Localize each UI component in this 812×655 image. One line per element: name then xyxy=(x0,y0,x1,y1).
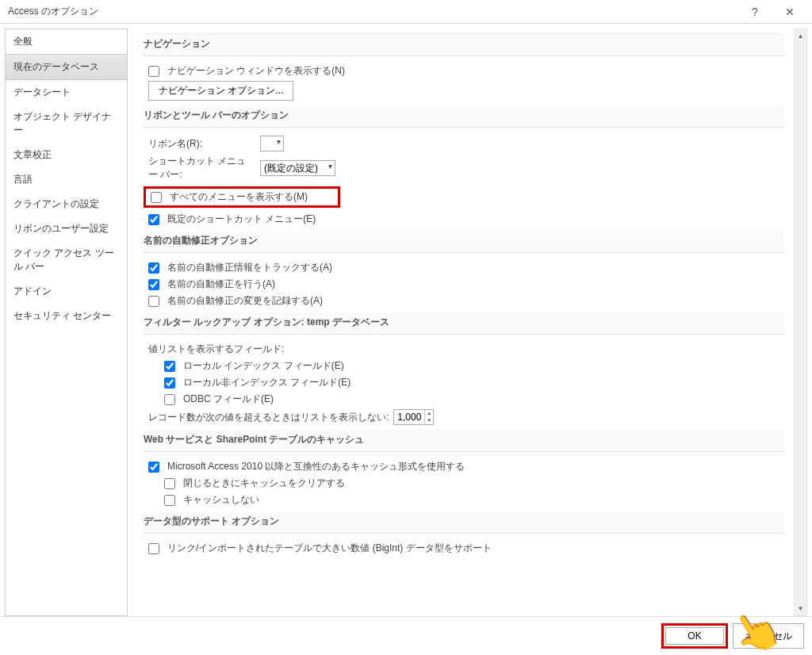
checkbox-track-autocorrect[interactable] xyxy=(148,262,159,274)
body-area: 全般 現在のデータベース データシート オブジェクト デザイナー 文章校正 言語… xyxy=(0,24,812,616)
checkbox-log-autocorrect[interactable] xyxy=(148,296,159,307)
label-bigint: リンク/インポートされたテーブルで大きい数値 (BigInt) データ型をサポー… xyxy=(167,542,492,555)
sidebar-item-current-database[interactable]: 現在のデータベース xyxy=(6,54,127,80)
section-header-web-sp-cache: Web サービスと SharePoint テーブルのキャッシュ xyxy=(144,430,784,452)
label-no-cache: キャッシュしない xyxy=(183,493,259,507)
section-header-ribbon-toolbar: リボンとツール バーのオプション xyxy=(144,105,784,128)
sidebar-item-datasheet[interactable]: データシート xyxy=(6,80,127,105)
content-pane: ナビゲーション ナビゲーション ウィンドウを表示する(N) ナビゲーション オプ… xyxy=(128,29,794,616)
checkbox-clear-on-close[interactable] xyxy=(164,478,175,489)
help-button[interactable]: ? xyxy=(737,1,772,23)
label-default-shortcut-menu: 既定のショートカット メニュー(E) xyxy=(167,213,316,226)
checkbox-default-shortcut-menu[interactable] xyxy=(148,214,159,225)
window-controls: ? ✕ xyxy=(737,1,807,23)
label-local-index: ローカル インデックス フィールド(E) xyxy=(183,359,344,373)
section-header-navigation: ナビゲーション xyxy=(144,33,784,56)
spinner-down-icon[interactable]: ▼ xyxy=(425,417,433,424)
checkbox-no-cache[interactable] xyxy=(164,495,175,506)
ok-button[interactable]: OK xyxy=(665,627,724,645)
dialog-footer: OK キャンセル xyxy=(0,616,812,655)
scroll-up-icon[interactable]: ▲ xyxy=(795,29,806,43)
checkbox-bigint[interactable] xyxy=(148,543,159,554)
checkbox-local-nonindex[interactable] xyxy=(164,377,175,389)
label-odbc: ODBC フィールド(E) xyxy=(183,393,274,406)
titlebar: Access のオプション ? ✕ xyxy=(0,0,812,24)
sidebar-item-quick-access-toolbar[interactable]: クイック アクセス ツール バー xyxy=(6,241,127,279)
sidebar-item-customize-ribbon[interactable]: リボンのユーザー設定 xyxy=(6,216,127,241)
label-show-nav-window: ナビゲーション ウィンドウを表示する(N) xyxy=(167,64,345,78)
label-ribbon-name: リボン名(R): xyxy=(148,137,255,151)
scroll-down-icon[interactable]: ▼ xyxy=(795,602,806,615)
spinner-records-threshold[interactable]: ▲▼ xyxy=(393,409,434,425)
sidebar-item-general[interactable]: 全般 xyxy=(6,29,127,54)
select-shortcut-menu-bar[interactable]: (既定の設定) xyxy=(260,160,335,176)
section-header-filter-lookup: フィルター ルックアップ オプション: temp データベース xyxy=(144,312,784,335)
checkbox-compat2010[interactable] xyxy=(148,462,159,473)
sidebar-item-trust-center[interactable]: セキュリティ センター xyxy=(6,304,127,328)
sidebar-item-object-designers[interactable]: オブジェクト デザイナー xyxy=(6,105,127,143)
label-value-list-fields: 値リストを表示するフィールド: xyxy=(148,343,284,356)
label-compat2010: Microsoft Access 2010 以降と互換性のあるキャッシュ形式を使… xyxy=(167,460,465,473)
label-track-autocorrect: 名前の自動修正情報をトラックする(A) xyxy=(167,261,332,274)
label-local-nonindex: ローカル非インデックス フィールド(E) xyxy=(183,376,350,389)
label-clear-on-close: 閉じるときにキャッシュをクリアする xyxy=(183,477,345,490)
sidebar-item-language[interactable]: 言語 xyxy=(6,167,127,192)
category-sidebar: 全般 現在のデータベース データシート オブジェクト デザイナー 文章校正 言語… xyxy=(5,29,128,616)
cancel-button[interactable]: キャンセル xyxy=(733,623,804,649)
label-do-autocorrect: 名前の自動修正を行う(A) xyxy=(167,278,275,291)
sidebar-item-proofing[interactable]: 文章校正 xyxy=(6,143,127,167)
checkbox-do-autocorrect[interactable] xyxy=(148,279,159,290)
close-button[interactable]: ✕ xyxy=(772,1,807,23)
checkbox-local-index[interactable] xyxy=(164,361,175,372)
checkbox-show-all-menus[interactable] xyxy=(151,192,162,203)
spinner-records-threshold-input[interactable] xyxy=(394,412,424,423)
sidebar-item-client-settings[interactable]: クライアントの設定 xyxy=(6,192,127,216)
checkbox-show-nav-window[interactable] xyxy=(148,66,159,77)
button-navigation-options[interactable]: ナビゲーション オプション... xyxy=(148,81,293,101)
label-log-autocorrect: 名前の自動修正の変更を記録する(A) xyxy=(167,294,323,308)
checkbox-odbc[interactable] xyxy=(164,394,175,405)
section-header-datatype-support: データ型のサポート オプション xyxy=(144,511,784,534)
select-ribbon-name[interactable] xyxy=(260,136,284,151)
vertical-scrollbar[interactable]: ▲ ▼ xyxy=(794,29,807,616)
main-container: 全般 現在のデータベース データシート オブジェクト デザイナー 文章校正 言語… xyxy=(0,24,812,655)
label-shortcut-menu-bar: ショートカット メニュー バー: xyxy=(148,155,255,182)
sidebar-item-addins[interactable]: アドイン xyxy=(6,279,127,304)
label-show-all-menus: すべてのメニューを表示する(M) xyxy=(170,190,308,204)
highlight-ok-button: OK xyxy=(661,623,728,649)
label-records-threshold: レコード数が次の値を超えるときはリストを表示しない: xyxy=(148,411,389,424)
content-wrap: ナビゲーション ナビゲーション ウィンドウを表示する(N) ナビゲーション オプ… xyxy=(128,29,807,616)
spinner-up-icon[interactable]: ▲ xyxy=(425,410,433,417)
dialog-title: Access のオプション xyxy=(8,5,737,18)
section-header-name-autocorrect: 名前の自動修正オプション xyxy=(144,231,784,253)
highlight-show-all-menus: すべてのメニューを表示する(M) xyxy=(144,186,340,208)
